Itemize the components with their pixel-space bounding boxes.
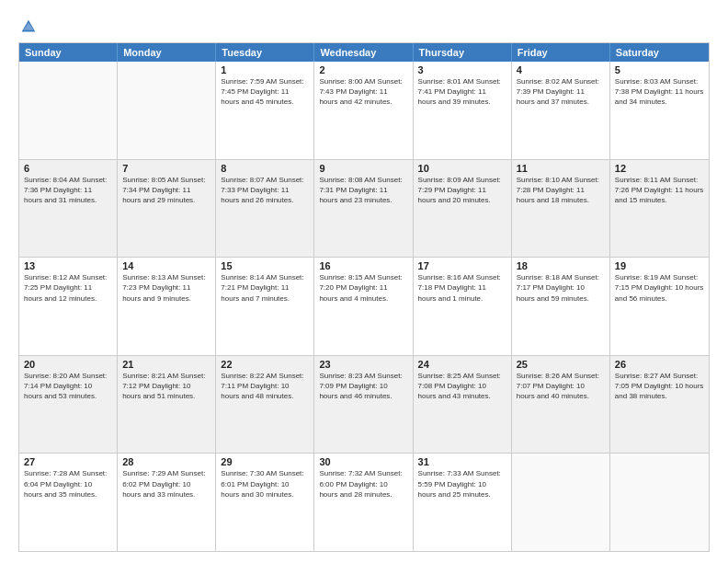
day-cell-30: 30Sunrise: 7:32 AM Sunset: 6:00 PM Dayli… — [314, 454, 413, 551]
logo-icon — [18, 17, 39, 37]
day-cell-14: 14Sunrise: 8:13 AM Sunset: 7:23 PM Dayli… — [118, 258, 216, 355]
day-cell-29: 29Sunrise: 7:30 AM Sunset: 6:01 PM Dayli… — [216, 454, 314, 551]
calendar-row-2: 6Sunrise: 8:04 AM Sunset: 7:36 PM Daylig… — [19, 159, 709, 258]
day-info: Sunrise: 7:30 AM Sunset: 6:01 PM Dayligh… — [221, 468, 309, 500]
day-number: 17 — [418, 260, 506, 271]
day-info: Sunrise: 8:27 AM Sunset: 7:05 PM Dayligh… — [615, 371, 704, 402]
day-cell-26: 26Sunrise: 8:27 AM Sunset: 7:05 PM Dayli… — [610, 356, 709, 454]
day-info: Sunrise: 8:10 AM Sunset: 7:28 PM Dayligh… — [517, 175, 605, 206]
day-info: Sunrise: 8:22 AM Sunset: 7:11 PM Dayligh… — [221, 371, 309, 402]
day-cell-1: 1Sunrise: 7:59 AM Sunset: 7:45 PM Daylig… — [216, 62, 314, 159]
day-cell-2: 2Sunrise: 8:00 AM Sunset: 7:43 PM Daylig… — [314, 62, 413, 159]
day-info: Sunrise: 8:01 AM Sunset: 7:41 PM Dayligh… — [418, 76, 506, 108]
day-info: Sunrise: 7:32 AM Sunset: 6:00 PM Dayligh… — [319, 468, 407, 500]
day-cell-9: 9Sunrise: 8:08 AM Sunset: 7:31 PM Daylig… — [314, 160, 413, 258]
day-info: Sunrise: 8:14 AM Sunset: 7:21 PM Dayligh… — [221, 272, 309, 304]
day-info: Sunrise: 8:02 AM Sunset: 7:39 PM Dayligh… — [517, 76, 605, 108]
calendar: SundayMondayTuesdayWednesdayThursdayFrid… — [18, 42, 710, 552]
calendar-row-5: 27Sunrise: 7:28 AM Sunset: 6:04 PM Dayli… — [19, 453, 709, 551]
empty-cell — [512, 454, 610, 551]
header-day-friday: Friday — [512, 43, 610, 62]
day-number: 13 — [24, 260, 112, 271]
day-info: Sunrise: 8:25 AM Sunset: 7:08 PM Dayligh… — [418, 371, 506, 402]
day-info: Sunrise: 8:08 AM Sunset: 7:31 PM Dayligh… — [319, 175, 407, 206]
day-cell-3: 3Sunrise: 8:01 AM Sunset: 7:41 PM Daylig… — [414, 62, 512, 159]
day-cell-22: 22Sunrise: 8:22 AM Sunset: 7:11 PM Dayli… — [216, 356, 314, 454]
day-number: 7 — [122, 163, 210, 174]
empty-cell — [118, 62, 216, 159]
page-header — [18, 17, 710, 37]
calendar-row-3: 13Sunrise: 8:12 AM Sunset: 7:25 PM Dayli… — [19, 257, 709, 355]
day-cell-13: 13Sunrise: 8:12 AM Sunset: 7:25 PM Dayli… — [19, 258, 118, 355]
day-info: Sunrise: 8:00 AM Sunset: 7:43 PM Dayligh… — [319, 76, 407, 108]
day-number: 2 — [319, 64, 407, 75]
day-number: 6 — [24, 163, 112, 174]
day-info: Sunrise: 7:29 AM Sunset: 6:02 PM Dayligh… — [122, 468, 210, 500]
header-day-sunday: Sunday — [19, 43, 118, 62]
day-number: 26 — [615, 359, 704, 370]
day-info: Sunrise: 8:05 AM Sunset: 7:34 PM Dayligh… — [122, 175, 210, 206]
day-number: 20 — [24, 359, 112, 370]
day-cell-10: 10Sunrise: 8:09 AM Sunset: 7:29 PM Dayli… — [414, 160, 512, 258]
empty-cell — [19, 62, 118, 159]
day-number: 8 — [221, 163, 309, 174]
day-number: 12 — [615, 163, 704, 174]
day-number: 10 — [418, 163, 506, 174]
day-number: 18 — [517, 260, 605, 271]
day-number: 25 — [517, 359, 605, 370]
day-cell-19: 19Sunrise: 8:19 AM Sunset: 7:15 PM Dayli… — [610, 258, 709, 355]
day-number: 15 — [221, 260, 309, 271]
header-day-monday: Monday — [118, 43, 216, 62]
day-cell-25: 25Sunrise: 8:26 AM Sunset: 7:07 PM Dayli… — [512, 356, 610, 454]
day-number: 30 — [319, 456, 407, 467]
day-info: Sunrise: 8:07 AM Sunset: 7:33 PM Dayligh… — [221, 175, 309, 206]
empty-cell — [610, 454, 709, 551]
calendar-row-4: 20Sunrise: 8:20 AM Sunset: 7:14 PM Dayli… — [19, 355, 709, 454]
day-number: 16 — [319, 260, 407, 271]
day-info: Sunrise: 8:16 AM Sunset: 7:18 PM Dayligh… — [418, 272, 506, 304]
calendar-header: SundayMondayTuesdayWednesdayThursdayFrid… — [19, 43, 709, 62]
header-day-saturday: Saturday — [610, 43, 709, 62]
day-number: 3 — [418, 64, 506, 75]
day-number: 11 — [517, 163, 605, 174]
day-info: Sunrise: 7:33 AM Sunset: 5:59 PM Dayligh… — [418, 468, 506, 500]
day-cell-31: 31Sunrise: 7:33 AM Sunset: 5:59 PM Dayli… — [414, 454, 512, 551]
day-info: Sunrise: 8:19 AM Sunset: 7:15 PM Dayligh… — [615, 272, 704, 304]
day-cell-16: 16Sunrise: 8:15 AM Sunset: 7:20 PM Dayli… — [314, 258, 413, 355]
header-day-thursday: Thursday — [414, 43, 512, 62]
day-cell-5: 5Sunrise: 8:03 AM Sunset: 7:38 PM Daylig… — [610, 62, 709, 159]
day-cell-7: 7Sunrise: 8:05 AM Sunset: 7:34 PM Daylig… — [118, 160, 216, 258]
day-number: 21 — [122, 359, 210, 370]
logo — [18, 17, 42, 37]
day-info: Sunrise: 7:59 AM Sunset: 7:45 PM Dayligh… — [221, 76, 309, 108]
day-cell-28: 28Sunrise: 7:29 AM Sunset: 6:02 PM Dayli… — [118, 454, 216, 551]
day-cell-11: 11Sunrise: 8:10 AM Sunset: 7:28 PM Dayli… — [512, 160, 610, 258]
day-cell-12: 12Sunrise: 8:11 AM Sunset: 7:26 PM Dayli… — [610, 160, 709, 258]
day-info: Sunrise: 7:28 AM Sunset: 6:04 PM Dayligh… — [24, 468, 112, 500]
calendar-row-1: 1Sunrise: 7:59 AM Sunset: 7:45 PM Daylig… — [19, 62, 709, 159]
day-cell-17: 17Sunrise: 8:16 AM Sunset: 7:18 PM Dayli… — [414, 258, 512, 355]
day-info: Sunrise: 8:12 AM Sunset: 7:25 PM Dayligh… — [24, 272, 112, 304]
day-info: Sunrise: 8:11 AM Sunset: 7:26 PM Dayligh… — [615, 175, 704, 206]
day-info: Sunrise: 8:03 AM Sunset: 7:38 PM Dayligh… — [615, 76, 704, 108]
header-day-wednesday: Wednesday — [314, 43, 413, 62]
day-cell-20: 20Sunrise: 8:20 AM Sunset: 7:14 PM Dayli… — [19, 356, 118, 454]
day-cell-24: 24Sunrise: 8:25 AM Sunset: 7:08 PM Dayli… — [414, 356, 512, 454]
calendar-body: 1Sunrise: 7:59 AM Sunset: 7:45 PM Daylig… — [19, 62, 709, 551]
day-info: Sunrise: 8:21 AM Sunset: 7:12 PM Dayligh… — [122, 371, 210, 402]
header-day-tuesday: Tuesday — [216, 43, 314, 62]
day-cell-6: 6Sunrise: 8:04 AM Sunset: 7:36 PM Daylig… — [19, 160, 118, 258]
day-info: Sunrise: 8:18 AM Sunset: 7:17 PM Dayligh… — [517, 272, 605, 304]
day-number: 24 — [418, 359, 506, 370]
day-number: 9 — [319, 163, 407, 174]
day-number: 1 — [221, 64, 309, 75]
day-number: 23 — [319, 359, 407, 370]
day-info: Sunrise: 8:13 AM Sunset: 7:23 PM Dayligh… — [122, 272, 210, 304]
day-number: 22 — [221, 359, 309, 370]
day-number: 29 — [221, 456, 309, 467]
day-number: 14 — [122, 260, 210, 271]
day-cell-23: 23Sunrise: 8:23 AM Sunset: 7:09 PM Dayli… — [314, 356, 413, 454]
day-info: Sunrise: 8:09 AM Sunset: 7:29 PM Dayligh… — [418, 175, 506, 206]
day-cell-27: 27Sunrise: 7:28 AM Sunset: 6:04 PM Dayli… — [19, 454, 118, 551]
day-number: 28 — [122, 456, 210, 467]
